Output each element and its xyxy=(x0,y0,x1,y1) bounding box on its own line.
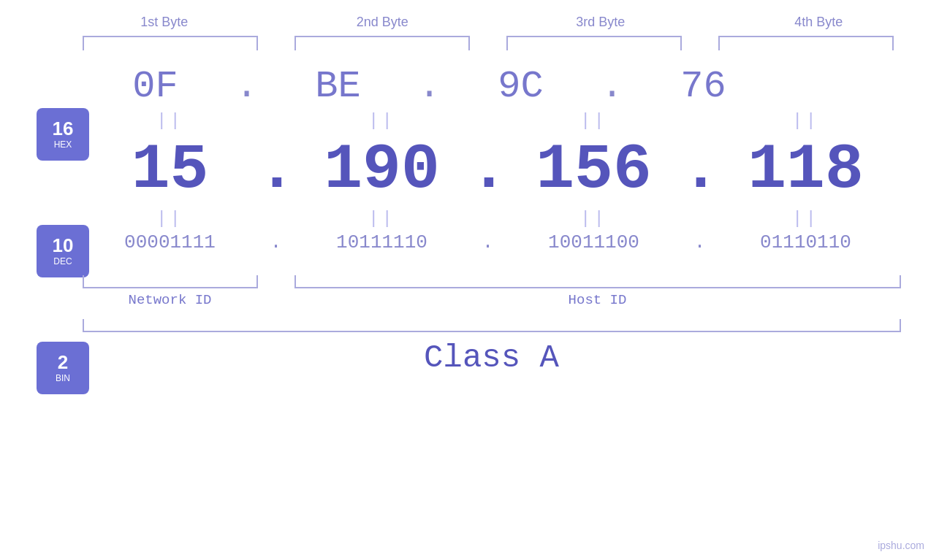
bin-badge-number: 2 xyxy=(58,353,68,372)
dec-row: 15 . 190 . 156 . 118 xyxy=(53,134,930,206)
bin-badge: 2 BIN xyxy=(37,342,89,394)
byte4-header: 4th Byte xyxy=(745,15,892,30)
dbar-6: || xyxy=(294,209,470,229)
dbar-1: || xyxy=(83,111,258,131)
dec-badge-number: 10 xyxy=(53,236,74,255)
class-section: Class A xyxy=(53,319,930,376)
byte2-header: 2nd Byte xyxy=(309,15,455,30)
hex-b1: 0F xyxy=(83,65,229,108)
dec-dot-2: . xyxy=(470,134,506,206)
host-id-bracket xyxy=(294,275,901,288)
hex-dot-1: . xyxy=(229,65,265,108)
top-bracket-4 xyxy=(718,36,894,50)
dbar-8: || xyxy=(718,209,894,229)
hex-b4: 76 xyxy=(631,65,777,108)
bottom-brackets: Network ID Host ID xyxy=(53,253,930,312)
dbar-row-1: || || || || xyxy=(53,111,930,131)
dbar-3: || xyxy=(506,111,682,131)
bin-dot-2: . xyxy=(470,231,506,253)
dec-dot-1: . xyxy=(258,134,294,206)
bin-b2: 10111110 xyxy=(294,231,470,253)
dec-b1: 15 xyxy=(83,134,258,206)
hex-row: 0F . BE . 9C . 76 xyxy=(53,65,930,108)
dbar-5: || xyxy=(83,209,258,229)
host-id-label: Host ID xyxy=(294,292,901,308)
bin-badge-label: BIN xyxy=(56,373,70,383)
bin-b3: 10011100 xyxy=(506,231,682,253)
byte-headers: 1st Byte 2nd Byte 3rd Byte 4th Byte xyxy=(53,15,930,30)
hex-b3: 9C xyxy=(448,65,594,108)
bin-b1: 00001111 xyxy=(83,231,258,253)
top-bracket-2 xyxy=(294,36,470,50)
watermark: ipshu.com xyxy=(878,540,924,551)
byte1-header: 1st Byte xyxy=(91,15,237,30)
dbar-2: || xyxy=(294,111,470,131)
class-label: Class A xyxy=(83,340,901,376)
hex-dot-3: . xyxy=(594,65,631,108)
host-id-section: Host ID xyxy=(294,275,901,308)
dbar-7: || xyxy=(506,209,682,229)
byte3-header: 3rd Byte xyxy=(528,15,674,30)
network-id-section: Network ID xyxy=(83,275,258,308)
top-bracket-1 xyxy=(83,36,258,50)
dbar-row-2: || || || || xyxy=(53,209,930,229)
hex-badge-number: 16 xyxy=(53,119,74,138)
dec-b3: 156 xyxy=(506,134,682,206)
hex-badge-label: HEX xyxy=(54,139,72,150)
class-bracket xyxy=(83,319,901,332)
hex-badge: 16 HEX xyxy=(37,108,89,161)
bin-dot-1: . xyxy=(258,231,294,253)
dec-b2: 190 xyxy=(294,134,470,206)
bin-row: 00001111 . 10111110 . 10011100 . 0111011… xyxy=(53,231,930,253)
bin-dot-3: . xyxy=(682,231,718,253)
dec-b4: 118 xyxy=(718,134,894,206)
hex-dot-2: . xyxy=(411,65,448,108)
network-id-label: Network ID xyxy=(83,292,258,308)
network-id-bracket xyxy=(83,275,258,288)
dbar-4: || xyxy=(718,111,894,131)
dec-dot-3: . xyxy=(682,134,718,206)
bin-b4: 01110110 xyxy=(718,231,894,253)
hex-b2: BE xyxy=(265,65,411,108)
top-bracket-3 xyxy=(506,36,682,50)
